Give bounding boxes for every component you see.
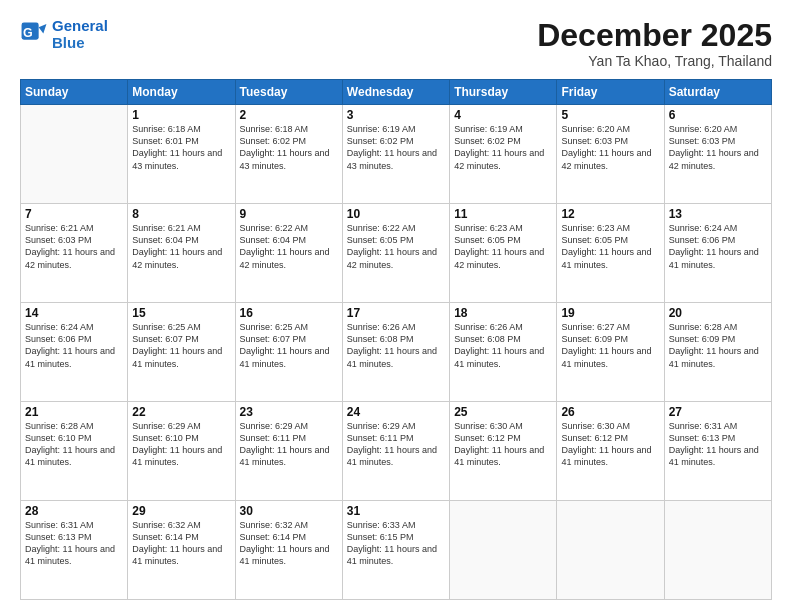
day-info: Sunrise: 6:27 AM Sunset: 6:09 PM Dayligh… bbox=[561, 321, 659, 370]
day-info: Sunrise: 6:22 AM Sunset: 6:04 PM Dayligh… bbox=[240, 222, 338, 271]
day-info: Sunrise: 6:32 AM Sunset: 6:14 PM Dayligh… bbox=[132, 519, 230, 568]
calendar-cell bbox=[664, 501, 771, 600]
calendar-cell: 19 Sunrise: 6:27 AM Sunset: 6:09 PM Dayl… bbox=[557, 303, 664, 402]
calendar-week: 14 Sunrise: 6:24 AM Sunset: 6:06 PM Dayl… bbox=[21, 303, 772, 402]
day-info: Sunrise: 6:20 AM Sunset: 6:03 PM Dayligh… bbox=[561, 123, 659, 172]
day-info: Sunrise: 6:18 AM Sunset: 6:01 PM Dayligh… bbox=[132, 123, 230, 172]
title-block: December 2025 Yan Ta Khao, Trang, Thaila… bbox=[537, 18, 772, 69]
calendar-cell: 21 Sunrise: 6:28 AM Sunset: 6:10 PM Dayl… bbox=[21, 402, 128, 501]
day-info: Sunrise: 6:19 AM Sunset: 6:02 PM Dayligh… bbox=[454, 123, 552, 172]
day-info: Sunrise: 6:19 AM Sunset: 6:02 PM Dayligh… bbox=[347, 123, 445, 172]
day-number: 31 bbox=[347, 504, 445, 518]
day-info: Sunrise: 6:25 AM Sunset: 6:07 PM Dayligh… bbox=[132, 321, 230, 370]
calendar-cell: 11 Sunrise: 6:23 AM Sunset: 6:05 PM Dayl… bbox=[450, 204, 557, 303]
logo-icon: G bbox=[20, 21, 48, 49]
day-number: 2 bbox=[240, 108, 338, 122]
calendar-cell: 18 Sunrise: 6:26 AM Sunset: 6:08 PM Dayl… bbox=[450, 303, 557, 402]
day-number: 30 bbox=[240, 504, 338, 518]
logo-line1: General bbox=[52, 17, 108, 34]
calendar-cell: 23 Sunrise: 6:29 AM Sunset: 6:11 PM Dayl… bbox=[235, 402, 342, 501]
calendar-cell: 1 Sunrise: 6:18 AM Sunset: 6:01 PM Dayli… bbox=[128, 105, 235, 204]
calendar-cell: 26 Sunrise: 6:30 AM Sunset: 6:12 PM Dayl… bbox=[557, 402, 664, 501]
day-of-week-header: Friday bbox=[557, 80, 664, 105]
day-number: 3 bbox=[347, 108, 445, 122]
day-number: 24 bbox=[347, 405, 445, 419]
svg-text:G: G bbox=[23, 25, 33, 39]
day-number: 27 bbox=[669, 405, 767, 419]
calendar-cell: 15 Sunrise: 6:25 AM Sunset: 6:07 PM Dayl… bbox=[128, 303, 235, 402]
calendar-week: 21 Sunrise: 6:28 AM Sunset: 6:10 PM Dayl… bbox=[21, 402, 772, 501]
day-info: Sunrise: 6:25 AM Sunset: 6:07 PM Dayligh… bbox=[240, 321, 338, 370]
day-number: 9 bbox=[240, 207, 338, 221]
day-of-week-header: Wednesday bbox=[342, 80, 449, 105]
calendar-cell: 22 Sunrise: 6:29 AM Sunset: 6:10 PM Dayl… bbox=[128, 402, 235, 501]
day-of-week-header: Tuesday bbox=[235, 80, 342, 105]
day-of-week-header: Monday bbox=[128, 80, 235, 105]
calendar-cell: 24 Sunrise: 6:29 AM Sunset: 6:11 PM Dayl… bbox=[342, 402, 449, 501]
day-info: Sunrise: 6:28 AM Sunset: 6:10 PM Dayligh… bbox=[25, 420, 123, 469]
day-info: Sunrise: 6:29 AM Sunset: 6:11 PM Dayligh… bbox=[240, 420, 338, 469]
calendar-cell: 14 Sunrise: 6:24 AM Sunset: 6:06 PM Dayl… bbox=[21, 303, 128, 402]
day-number: 1 bbox=[132, 108, 230, 122]
calendar: SundayMondayTuesdayWednesdayThursdayFrid… bbox=[20, 79, 772, 600]
day-of-week-header: Thursday bbox=[450, 80, 557, 105]
day-number: 28 bbox=[25, 504, 123, 518]
header: G General Blue December 2025 Yan Ta Khao… bbox=[20, 18, 772, 69]
calendar-cell: 8 Sunrise: 6:21 AM Sunset: 6:04 PM Dayli… bbox=[128, 204, 235, 303]
calendar-cell bbox=[450, 501, 557, 600]
calendar-cell: 6 Sunrise: 6:20 AM Sunset: 6:03 PM Dayli… bbox=[664, 105, 771, 204]
logo: G General Blue bbox=[20, 18, 108, 51]
day-info: Sunrise: 6:24 AM Sunset: 6:06 PM Dayligh… bbox=[25, 321, 123, 370]
day-number: 23 bbox=[240, 405, 338, 419]
day-info: Sunrise: 6:29 AM Sunset: 6:11 PM Dayligh… bbox=[347, 420, 445, 469]
day-info: Sunrise: 6:18 AM Sunset: 6:02 PM Dayligh… bbox=[240, 123, 338, 172]
day-number: 16 bbox=[240, 306, 338, 320]
day-info: Sunrise: 6:22 AM Sunset: 6:05 PM Dayligh… bbox=[347, 222, 445, 271]
day-number: 7 bbox=[25, 207, 123, 221]
calendar-cell: 27 Sunrise: 6:31 AM Sunset: 6:13 PM Dayl… bbox=[664, 402, 771, 501]
calendar-cell: 7 Sunrise: 6:21 AM Sunset: 6:03 PM Dayli… bbox=[21, 204, 128, 303]
day-number: 8 bbox=[132, 207, 230, 221]
day-number: 19 bbox=[561, 306, 659, 320]
day-number: 29 bbox=[132, 504, 230, 518]
day-info: Sunrise: 6:30 AM Sunset: 6:12 PM Dayligh… bbox=[561, 420, 659, 469]
day-info: Sunrise: 6:29 AM Sunset: 6:10 PM Dayligh… bbox=[132, 420, 230, 469]
day-number: 17 bbox=[347, 306, 445, 320]
day-info: Sunrise: 6:23 AM Sunset: 6:05 PM Dayligh… bbox=[454, 222, 552, 271]
logo-text: General Blue bbox=[52, 18, 108, 51]
day-info: Sunrise: 6:31 AM Sunset: 6:13 PM Dayligh… bbox=[25, 519, 123, 568]
day-number: 26 bbox=[561, 405, 659, 419]
day-of-week-header: Sunday bbox=[21, 80, 128, 105]
day-info: Sunrise: 6:32 AM Sunset: 6:14 PM Dayligh… bbox=[240, 519, 338, 568]
calendar-week: 7 Sunrise: 6:21 AM Sunset: 6:03 PM Dayli… bbox=[21, 204, 772, 303]
calendar-cell: 2 Sunrise: 6:18 AM Sunset: 6:02 PM Dayli… bbox=[235, 105, 342, 204]
calendar-cell bbox=[21, 105, 128, 204]
day-of-week-header: Saturday bbox=[664, 80, 771, 105]
calendar-cell: 10 Sunrise: 6:22 AM Sunset: 6:05 PM Dayl… bbox=[342, 204, 449, 303]
day-info: Sunrise: 6:21 AM Sunset: 6:04 PM Dayligh… bbox=[132, 222, 230, 271]
calendar-week: 28 Sunrise: 6:31 AM Sunset: 6:13 PM Dayl… bbox=[21, 501, 772, 600]
day-info: Sunrise: 6:23 AM Sunset: 6:05 PM Dayligh… bbox=[561, 222, 659, 271]
day-info: Sunrise: 6:33 AM Sunset: 6:15 PM Dayligh… bbox=[347, 519, 445, 568]
day-number: 15 bbox=[132, 306, 230, 320]
day-info: Sunrise: 6:26 AM Sunset: 6:08 PM Dayligh… bbox=[347, 321, 445, 370]
calendar-cell: 13 Sunrise: 6:24 AM Sunset: 6:06 PM Dayl… bbox=[664, 204, 771, 303]
day-number: 5 bbox=[561, 108, 659, 122]
day-number: 20 bbox=[669, 306, 767, 320]
calendar-cell: 4 Sunrise: 6:19 AM Sunset: 6:02 PM Dayli… bbox=[450, 105, 557, 204]
calendar-cell: 9 Sunrise: 6:22 AM Sunset: 6:04 PM Dayli… bbox=[235, 204, 342, 303]
day-number: 6 bbox=[669, 108, 767, 122]
day-info: Sunrise: 6:20 AM Sunset: 6:03 PM Dayligh… bbox=[669, 123, 767, 172]
day-info: Sunrise: 6:24 AM Sunset: 6:06 PM Dayligh… bbox=[669, 222, 767, 271]
calendar-cell: 12 Sunrise: 6:23 AM Sunset: 6:05 PM Dayl… bbox=[557, 204, 664, 303]
calendar-cell: 20 Sunrise: 6:28 AM Sunset: 6:09 PM Dayl… bbox=[664, 303, 771, 402]
calendar-cell: 30 Sunrise: 6:32 AM Sunset: 6:14 PM Dayl… bbox=[235, 501, 342, 600]
day-info: Sunrise: 6:30 AM Sunset: 6:12 PM Dayligh… bbox=[454, 420, 552, 469]
day-number: 10 bbox=[347, 207, 445, 221]
calendar-cell: 25 Sunrise: 6:30 AM Sunset: 6:12 PM Dayl… bbox=[450, 402, 557, 501]
calendar-cell bbox=[557, 501, 664, 600]
day-info: Sunrise: 6:26 AM Sunset: 6:08 PM Dayligh… bbox=[454, 321, 552, 370]
day-number: 12 bbox=[561, 207, 659, 221]
day-number: 25 bbox=[454, 405, 552, 419]
calendar-cell: 31 Sunrise: 6:33 AM Sunset: 6:15 PM Dayl… bbox=[342, 501, 449, 600]
